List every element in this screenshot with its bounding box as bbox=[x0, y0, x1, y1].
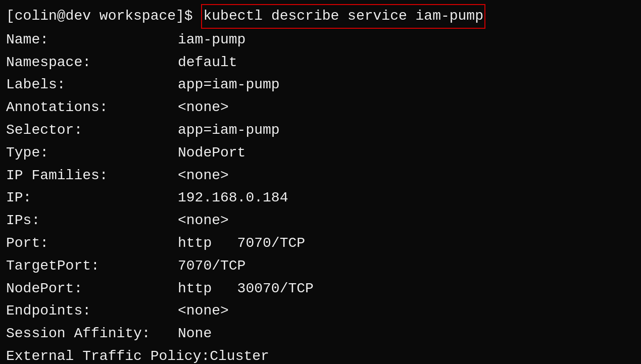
row-key: IP: bbox=[6, 187, 178, 210]
row-value: default bbox=[178, 51, 237, 74]
row-value: app=iam-pump bbox=[178, 74, 280, 96]
row-key: TargetPort: bbox=[6, 255, 178, 278]
row-key: External Traffic Policy: bbox=[6, 345, 210, 364]
row-value: <none> bbox=[178, 96, 229, 119]
row-key: Namespace: bbox=[6, 51, 178, 74]
row-key: IP Families: bbox=[6, 165, 178, 187]
row-key: Selector: bbox=[6, 119, 178, 142]
row-value: app=iam-pump bbox=[178, 119, 280, 142]
output-row: TargetPort:7070/TCP bbox=[6, 255, 635, 278]
output-row: Port:http 7070/TCP bbox=[6, 232, 635, 255]
output-row: Namespace:default bbox=[6, 51, 635, 74]
row-value: NodePort bbox=[178, 142, 245, 165]
row-value: 7070/TCP bbox=[178, 255, 245, 278]
output-row: Name:iam-pump bbox=[6, 29, 635, 51]
output-row: NodePort:http 30070/TCP bbox=[6, 278, 635, 300]
row-key: Port: bbox=[6, 232, 178, 255]
prompt: [colin@dev workspace]$ bbox=[6, 5, 201, 28]
output-row: External Traffic Policy:Cluster bbox=[6, 345, 635, 364]
output-row: IP:192.168.0.184 bbox=[6, 187, 635, 210]
output-row: Endpoints:<none> bbox=[6, 300, 635, 323]
output-row: IP Families:<none> bbox=[6, 165, 635, 187]
output-row: Type:NodePort bbox=[6, 142, 635, 165]
row-value: <none> bbox=[178, 165, 229, 187]
row-value: http 30070/TCP bbox=[178, 278, 314, 300]
row-value: None bbox=[178, 323, 212, 345]
row-key: Labels: bbox=[6, 74, 178, 96]
row-value: <none> bbox=[178, 210, 229, 232]
row-key: Type: bbox=[6, 142, 178, 165]
row-key: Name: bbox=[6, 29, 178, 51]
output-row: Selector:app=iam-pump bbox=[6, 119, 635, 142]
row-key: Session Affinity: bbox=[6, 323, 178, 345]
command-line: [colin@dev workspace]$ kubectl describe … bbox=[6, 4, 635, 29]
row-key: Endpoints: bbox=[6, 300, 178, 323]
output-row: Labels:app=iam-pump bbox=[6, 74, 635, 96]
terminal: [colin@dev workspace]$ kubectl describe … bbox=[6, 4, 635, 360]
row-value: Cluster bbox=[210, 345, 269, 364]
row-value: iam-pump bbox=[178, 29, 245, 51]
row-key: IPs: bbox=[6, 210, 178, 232]
row-key: NodePort: bbox=[6, 278, 178, 300]
row-value: <none> bbox=[178, 300, 229, 323]
output-row: Session Affinity:None bbox=[6, 323, 635, 345]
row-value: http 7070/TCP bbox=[178, 232, 305, 255]
row-value: 192.168.0.184 bbox=[178, 187, 288, 210]
row-key: Annotations: bbox=[6, 96, 178, 119]
output-row: IPs:<none> bbox=[6, 210, 635, 232]
output-section: Name:iam-pumpNamespace:defaultLabels:app… bbox=[6, 29, 635, 364]
output-row: Annotations:<none> bbox=[6, 96, 635, 119]
command: kubectl describe service iam-pump bbox=[201, 4, 485, 29]
